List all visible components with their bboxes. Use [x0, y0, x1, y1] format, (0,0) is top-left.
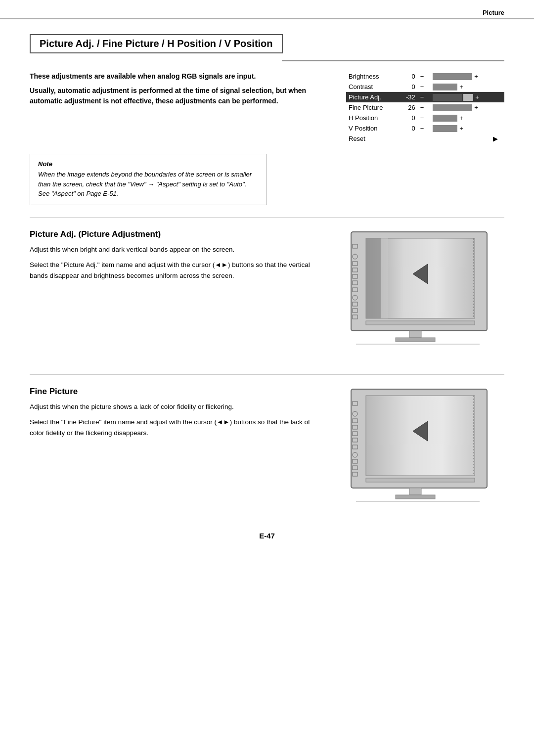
menu-item-name: V Position	[346, 123, 403, 133]
menu-item-value: 0	[403, 71, 418, 82]
menu-bar-h-position: +	[433, 114, 502, 122]
menu-row-contrast: Contrast 0 − +	[346, 82, 504, 92]
menu-row-h-position: H Position 0 − +	[346, 113, 504, 123]
menu-bar-fine-picture: +	[433, 104, 502, 111]
menu-row-v-position: V Position 0 − +	[346, 123, 504, 133]
fine-picture-section: Fine Picture Adjust this when the pictur…	[30, 387, 504, 517]
picture-adj-title: Picture Adj. (Picture Adjustment)	[30, 229, 321, 239]
picture-adj-diagram	[336, 229, 504, 359]
note-title: Note	[38, 160, 259, 168]
menu-row-picture-adj: Picture Adj. -32 − +	[346, 92, 504, 102]
page-number-text: E-47	[259, 532, 275, 540]
settings-menu: Brightness 0 − + Contrast 0	[346, 71, 504, 144]
section-divider-2	[30, 374, 504, 375]
menu-item-name: Picture Adj.	[346, 92, 403, 102]
intro-text: These adjustments are available when ana…	[30, 71, 331, 144]
menu-item-value: 0	[403, 113, 418, 123]
menu-bar-v-position: +	[433, 125, 502, 132]
fine-picture-title: Fine Picture	[30, 387, 321, 397]
svg-rect-19	[366, 321, 475, 325]
fine-picture-para1: Adjust this when the picture shows a lac…	[30, 401, 321, 412]
page-number: E-47	[30, 532, 504, 550]
menu-item-name: H Position	[346, 113, 403, 123]
menu-item-value: 0	[403, 123, 418, 133]
page-title: Picture Adj. / Fine Picture / H Position…	[40, 38, 273, 49]
svg-rect-4	[366, 238, 381, 318]
svg-rect-24	[396, 495, 435, 499]
svg-rect-38	[366, 478, 475, 482]
section-divider-1	[30, 217, 504, 218]
menu-row-fine-picture: Fine Picture 26 − +	[346, 102, 504, 113]
svg-rect-3	[396, 338, 435, 342]
note-text: When the image extends beyond the bounda…	[38, 170, 259, 199]
menu-bar-contrast: +	[433, 83, 502, 90]
menu-item-name: Fine Picture	[346, 102, 403, 113]
picture-adj-para1: Adjust this when bright and dark vertica…	[30, 244, 321, 255]
menu-item-name: Contrast	[346, 82, 403, 92]
picture-adj-diagram-svg	[336, 229, 494, 358]
top-section: These adjustments are available when ana…	[30, 71, 504, 144]
menu-item-name: Brightness	[346, 71, 403, 82]
main-content: Picture Adj. / Fine Picture / H Position…	[0, 24, 534, 570]
menu-bar-picture-adj: +	[433, 93, 502, 101]
fine-picture-para2: Select the "Fine Picture" item name and …	[30, 417, 321, 438]
fine-picture-text: Fine Picture Adjust this when the pictur…	[30, 387, 321, 517]
menu-item-value: -32	[403, 92, 418, 102]
header-label: Picture	[483, 9, 504, 16]
menu-row-reset: Reset ▶	[346, 133, 504, 144]
menu-row-brightness: Brightness 0 − +	[346, 71, 504, 82]
fine-picture-diagram	[336, 387, 504, 517]
intro-line1: These adjustments are available when ana…	[30, 71, 331, 82]
picture-adj-para2: Select the "Picture Adj." item name and …	[30, 260, 321, 281]
menu-item-value: 0	[403, 82, 418, 92]
picture-adj-section: Picture Adj. (Picture Adjustment) Adjust…	[30, 229, 504, 359]
svg-rect-2	[409, 331, 421, 338]
note-box: Note When the image extends beyond the b…	[30, 154, 267, 205]
menu-panel: Brightness 0 − + Contrast 0	[346, 71, 504, 144]
menu-bar-brightness: +	[433, 73, 502, 80]
fine-picture-diagram-svg	[336, 387, 494, 515]
picture-adj-text: Picture Adj. (Picture Adjustment) Adjust…	[30, 229, 321, 359]
page-header: Picture	[0, 0, 534, 19]
intro-line2: Usually, automatic adjustment is perform…	[30, 86, 331, 106]
svg-rect-23	[409, 488, 421, 495]
menu-item-name: Reset	[346, 133, 403, 144]
menu-item-value: 26	[403, 102, 418, 113]
svg-rect-5	[381, 238, 388, 318]
page-title-box: Picture Adj. / Fine Picture / H Position…	[30, 34, 283, 53]
reset-arrow-icon: ▶	[493, 135, 502, 142]
